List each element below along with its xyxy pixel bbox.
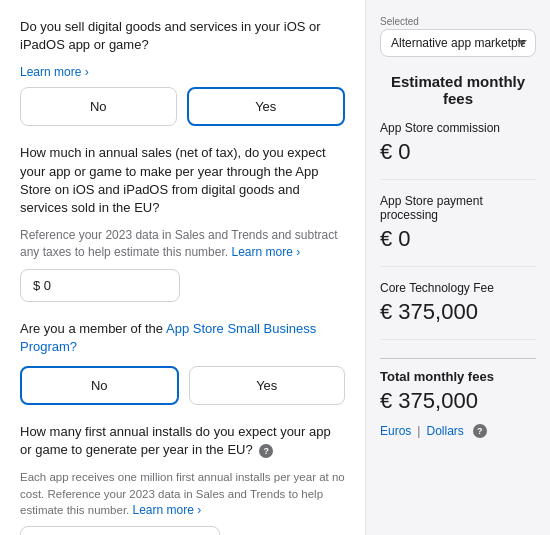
app-store-commission-section: App Store commission € 0 [380,121,536,180]
left-panel: Do you sell digital goods and services i… [0,0,365,535]
q1-learn-more[interactable]: Learn more › [20,65,89,79]
app-store-commission-amount: € 0 [380,139,536,165]
q1-section: Do you sell digital goods and services i… [20,18,345,126]
q2-label: How much in annual sales (net of tax), d… [20,144,345,217]
q1-no-button[interactable]: No [20,87,177,126]
q3-no-button[interactable]: No [20,366,179,405]
q3-label: Are you a member of the App Store Small … [20,320,345,356]
dollars-link[interactable]: Dollars [426,424,463,438]
q4-section: How many first annual installs do you ex… [20,423,345,535]
q3-yes-button[interactable]: Yes [189,366,346,405]
total-label: Total monthly fees [380,369,536,384]
q3-section: Are you a member of the App Store Small … [20,320,345,405]
q1-label: Do you sell digital goods and services i… [20,18,345,54]
payment-processing-amount: € 0 [380,226,536,252]
estimated-title: Estimated monthly fees [380,73,536,107]
core-technology-amount: € 375,000 [380,299,536,325]
total-section: Total monthly fees € 375,000 Euros | Dol… [380,358,536,438]
currency-separator: | [417,424,420,438]
q1-button-group: No Yes [20,87,345,126]
q2-input[interactable] [20,269,180,302]
q4-label: How many first annual installs do you ex… [20,423,345,459]
q4-help-icon[interactable]: ? [259,444,273,458]
q2-section: How much in annual sales (net of tax), d… [20,144,345,301]
q4-learn-more[interactable]: Learn more › [133,503,202,517]
q3-button-group: No Yes [20,366,345,405]
core-technology-label: Core Technology Fee [380,281,536,295]
total-amount: € 375,000 [380,388,536,414]
q4-note: Each app receives one million first annu… [20,469,345,518]
dropdown-selected-label: Selected [380,16,536,27]
euros-link[interactable]: Euros [380,424,411,438]
payment-processing-section: App Store payment processing € 0 [380,194,536,267]
currency-toggle: Euros | Dollars ? [380,424,536,438]
q2-learn-more[interactable]: Learn more › [231,245,300,259]
currency-help-icon[interactable]: ? [473,424,487,438]
core-technology-section: Core Technology Fee € 375,000 [380,281,536,340]
payment-processing-label: App Store payment processing [380,194,536,222]
right-panel: Selected Alternative app marketplac... E… [365,0,550,535]
app-store-commission-label: App Store commission [380,121,536,135]
dropdown-container: Selected Alternative app marketplac... [380,16,536,57]
q1-yes-button[interactable]: Yes [187,87,346,126]
q4-input[interactable] [20,526,220,535]
option-dropdown[interactable]: Alternative app marketplac... [380,29,536,57]
q2-note: Reference your 2023 data in Sales and Tr… [20,227,345,261]
